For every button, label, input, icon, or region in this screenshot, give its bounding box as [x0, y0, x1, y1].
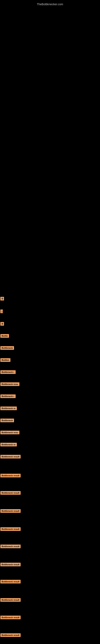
bottleneck-result-label: Bottleneck result — [0, 633, 21, 637]
bottleneck-result-label: Bottleneck result — [0, 509, 21, 513]
bottleneck-result-label: Bottleneck r — [0, 394, 16, 398]
bottleneck-result-label: B — [0, 322, 4, 326]
list-item: Bottlen — [0, 358, 10, 363]
list-item: Bottleneck re — [0, 443, 17, 447]
bottleneck-result-label: Bottleneck resu — [0, 431, 19, 434]
list-item: Bottleneck result — [0, 633, 21, 638]
list-item: Bottleneck — [0, 346, 14, 350]
site-title: TheBottlenecker.com — [0, 1, 100, 8]
bottleneck-result-label: Bottleneck result — [0, 598, 21, 602]
bottleneck-result-label: Bottleneck r — [0, 370, 16, 374]
bottleneck-result-label: Bottleneck result — [0, 491, 21, 495]
bottleneck-result-label: Bottleneck resu — [0, 382, 19, 386]
list-item: Bottleneck r — [0, 370, 16, 375]
bottleneck-result-label: | — [0, 310, 3, 313]
list-item: Bottleneck result — [0, 598, 21, 602]
list-item: Bottleneck result — [0, 580, 21, 584]
list-item: Bottleneck re — [0, 406, 17, 411]
bottleneck-result-label: B — [0, 297, 4, 300]
list-item: Bottle — [0, 334, 9, 338]
bottleneck-result-label: Bottleneck — [0, 346, 14, 350]
list-item: Bottleneck result — [0, 527, 21, 532]
list-item: Bottleneck resu — [0, 382, 19, 387]
list-item: Bottleneck result — [0, 491, 21, 496]
list-item: Bottleneck r — [0, 394, 16, 399]
bottleneck-result-label: Bottleneck result — [0, 544, 21, 548]
list-item: B — [0, 322, 4, 326]
bottleneck-result-label: Bottleneck re — [0, 406, 17, 410]
bottleneck-result-label: Bottleneck result — [0, 455, 21, 458]
bottleneck-result-label: Bottleneck result — [0, 563, 21, 566]
bottleneck-result-label: Bottlen — [0, 358, 10, 362]
list-item: B — [0, 297, 4, 301]
list-item: Bottleneck result — [0, 455, 21, 459]
bottleneck-result-label: Bottleneck result — [0, 616, 21, 619]
bottleneck-result-label: Bottleneck result — [0, 474, 21, 477]
list-item: Bottleneck result — [0, 563, 21, 567]
bottleneck-result-label: Bottleneck — [0, 418, 14, 422]
list-item: Bottleneck result — [0, 509, 21, 514]
bottleneck-result-label: Bottleneck result — [0, 580, 21, 584]
bottleneck-result-label: Bottleneck result — [0, 527, 21, 531]
list-item: Bottleneck result — [0, 616, 21, 620]
bottleneck-result-label: Bottleneck re — [0, 443, 17, 446]
list-item: | — [0, 310, 2, 314]
list-item: Bottleneck — [0, 418, 14, 423]
list-item: Bottleneck result — [0, 474, 21, 478]
bottleneck-result-label: Bottle — [0, 334, 9, 338]
list-item: Bottleneck result — [0, 544, 21, 549]
list-item: Bottleneck resu — [0, 431, 19, 435]
